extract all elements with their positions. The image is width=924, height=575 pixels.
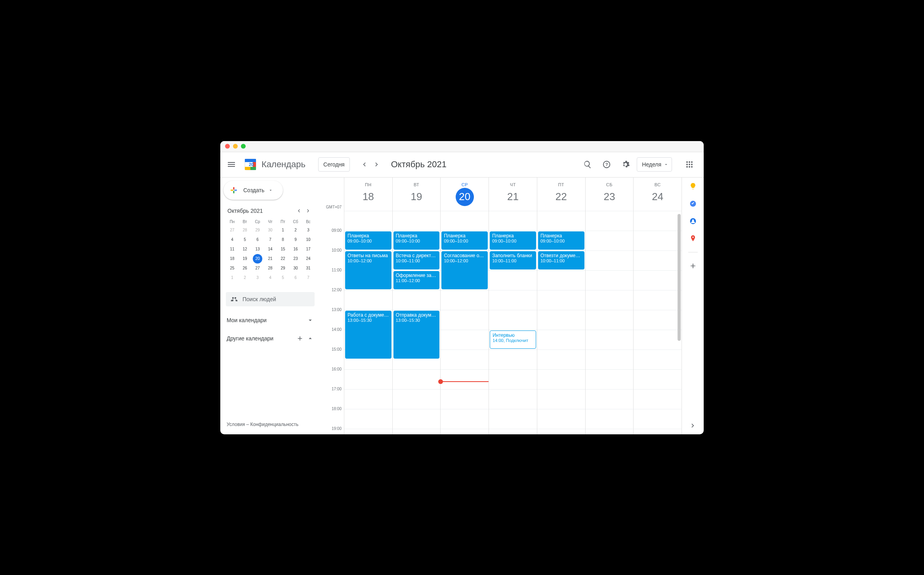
- close-window-button[interactable]: [225, 144, 230, 149]
- mini-day-cell[interactable]: 7: [264, 235, 277, 245]
- mini-day-cell[interactable]: 13: [251, 245, 264, 254]
- mini-day-cell[interactable]: 16: [289, 245, 302, 254]
- mini-day-cell[interactable]: 20: [251, 254, 264, 264]
- help-button[interactable]: ?: [599, 157, 615, 172]
- scrollbar[interactable]: [678, 214, 681, 341]
- mini-day-cell[interactable]: 28: [264, 264, 277, 273]
- mini-day-cell[interactable]: 14: [264, 245, 277, 254]
- calendar-event[interactable]: Заполнить бланки10:00–11:00: [490, 251, 536, 269]
- search-people-input[interactable]: Поиск людей: [226, 292, 315, 306]
- calendar-event[interactable]: Ответы на письма10:00–12:00: [345, 251, 391, 289]
- mini-day-cell[interactable]: 25: [226, 264, 239, 273]
- calendar-event[interactable]: Планерка09:00–10:00: [345, 231, 391, 250]
- calendar-event[interactable]: Работа с документами13:00–15:30: [345, 311, 391, 359]
- day-header[interactable]: СР20: [440, 178, 489, 211]
- minimize-window-button[interactable]: [233, 144, 238, 149]
- mini-day-cell[interactable]: 24: [302, 254, 315, 264]
- mini-day-cell[interactable]: 18: [226, 254, 239, 264]
- mini-day-cell[interactable]: 6: [289, 273, 302, 283]
- search-button[interactable]: [580, 157, 596, 172]
- mini-day-cell[interactable]: 2: [289, 225, 302, 235]
- mini-day-cell[interactable]: 27: [226, 225, 239, 235]
- right-rail-collapse-button[interactable]: [689, 422, 697, 430]
- day-column[interactable]: Планерка09:00–10:00Отвезти документы10:0…: [537, 211, 585, 434]
- calendar-event[interactable]: Интервью14:00, Подключит: [490, 330, 536, 349]
- mini-day-cell[interactable]: 15: [277, 245, 289, 254]
- plus-icon[interactable]: [296, 335, 304, 342]
- mini-day-cell[interactable]: 21: [264, 254, 277, 264]
- other-calendars-toggle[interactable]: Другие календари: [223, 331, 317, 346]
- calendar-event[interactable]: Планерка09:00–10:00: [490, 231, 536, 250]
- grid-scroll[interactable]: 09:0010:0011:0012:0013:0014:0015:0016:00…: [322, 211, 682, 434]
- mini-day-cell[interactable]: 9: [289, 235, 302, 245]
- mini-day-cell[interactable]: 1: [277, 225, 289, 235]
- calendar-event[interactable]: Планерка09:00–10:00: [441, 231, 488, 250]
- mini-day-cell[interactable]: 29: [277, 264, 289, 273]
- mini-day-cell[interactable]: 7: [302, 273, 315, 283]
- mini-day-cell[interactable]: 5: [239, 235, 251, 245]
- day-column[interactable]: Планерка09:00–10:00Встеча с директором10…: [392, 211, 441, 434]
- day-column[interactable]: Планерка09:00–10:00Согласование отпусков…: [440, 211, 489, 434]
- mini-day-cell[interactable]: 30: [264, 225, 277, 235]
- day-of-week-label: СР: [462, 182, 468, 187]
- my-calendars-toggle[interactable]: Мои календари: [223, 313, 317, 328]
- day-header[interactable]: ВС24: [633, 178, 682, 211]
- mini-day-cell[interactable]: 2: [239, 273, 251, 283]
- day-header[interactable]: ПТ22: [537, 178, 585, 211]
- mini-next-month-button[interactable]: [304, 206, 313, 216]
- mini-day-cell[interactable]: 4: [226, 235, 239, 245]
- mini-calendar-grid[interactable]: ПнВтСрЧтПтСбВс27282930123456789101112131…: [226, 218, 315, 283]
- mini-day-cell[interactable]: 12: [239, 245, 251, 254]
- footer-links[interactable]: Условия – Конфиденциальность: [223, 418, 317, 431]
- calendar-event[interactable]: Планерка09:00–10:00: [538, 231, 584, 250]
- day-header[interactable]: ВТ19: [392, 178, 441, 211]
- calendar-event[interactable]: Планерка09:00–10:00: [393, 231, 440, 250]
- calendar-event[interactable]: Встеча с директором10:00–11:00: [393, 251, 440, 269]
- view-switcher[interactable]: Неделя: [637, 157, 672, 172]
- mini-day-cell[interactable]: 3: [251, 273, 264, 283]
- day-header[interactable]: СБ23: [585, 178, 634, 211]
- mini-day-cell[interactable]: 10: [302, 235, 315, 245]
- contacts-app-icon[interactable]: [689, 217, 697, 225]
- add-addon-button[interactable]: [689, 262, 697, 270]
- mini-day-cell[interactable]: 29: [251, 225, 264, 235]
- mini-day-cell[interactable]: 4: [264, 273, 277, 283]
- today-button[interactable]: Сегодня: [318, 157, 350, 172]
- maximize-window-button[interactable]: [241, 144, 246, 149]
- next-week-button[interactable]: [370, 158, 383, 171]
- mini-prev-month-button[interactable]: [294, 206, 304, 216]
- mini-day-cell[interactable]: 28: [239, 225, 251, 235]
- mini-day-cell[interactable]: 23: [289, 254, 302, 264]
- mini-day-cell[interactable]: 22: [277, 254, 289, 264]
- google-apps-button[interactable]: [682, 157, 697, 172]
- day-header[interactable]: ПН18: [344, 178, 392, 211]
- day-column[interactable]: [633, 211, 682, 434]
- calendar-event[interactable]: Отправка документов в налоговую13:00–15:…: [393, 311, 440, 359]
- mini-day-cell[interactable]: 1: [226, 273, 239, 283]
- mini-day-cell[interactable]: 8: [277, 235, 289, 245]
- mini-day-cell[interactable]: 19: [239, 254, 251, 264]
- mini-day-cell[interactable]: 3: [302, 225, 315, 235]
- tasks-app-icon[interactable]: [689, 200, 697, 208]
- prev-week-button[interactable]: [358, 158, 370, 171]
- mini-day-cell[interactable]: 5: [277, 273, 289, 283]
- maps-app-icon[interactable]: [689, 235, 697, 243]
- day-column[interactable]: [585, 211, 634, 434]
- mini-day-cell[interactable]: 17: [302, 245, 315, 254]
- mini-day-cell[interactable]: 26: [239, 264, 251, 273]
- settings-button[interactable]: [618, 157, 634, 172]
- day-column[interactable]: Планерка09:00–10:00Ответы на письма10:00…: [344, 211, 392, 434]
- day-header[interactable]: ЧТ21: [489, 178, 537, 211]
- mini-day-cell[interactable]: 30: [289, 264, 302, 273]
- mini-day-cell[interactable]: 11: [226, 245, 239, 254]
- create-button[interactable]: Создать: [223, 181, 283, 200]
- main-menu-button[interactable]: [223, 157, 239, 172]
- mini-day-cell[interactable]: 31: [302, 264, 315, 273]
- mini-day-cell[interactable]: 6: [251, 235, 264, 245]
- day-column[interactable]: Планерка09:00–10:00Заполнить бланки10:00…: [489, 211, 537, 434]
- calendar-event[interactable]: Оформление зарплат11:00–12:00: [393, 271, 440, 289]
- keep-app-icon[interactable]: [689, 182, 697, 190]
- calendar-event[interactable]: Согласование отпусков10:00–12:00: [441, 251, 488, 289]
- calendar-event[interactable]: Отвезти документы10:00–11:00: [538, 251, 584, 269]
- mini-day-cell[interactable]: 27: [251, 264, 264, 273]
